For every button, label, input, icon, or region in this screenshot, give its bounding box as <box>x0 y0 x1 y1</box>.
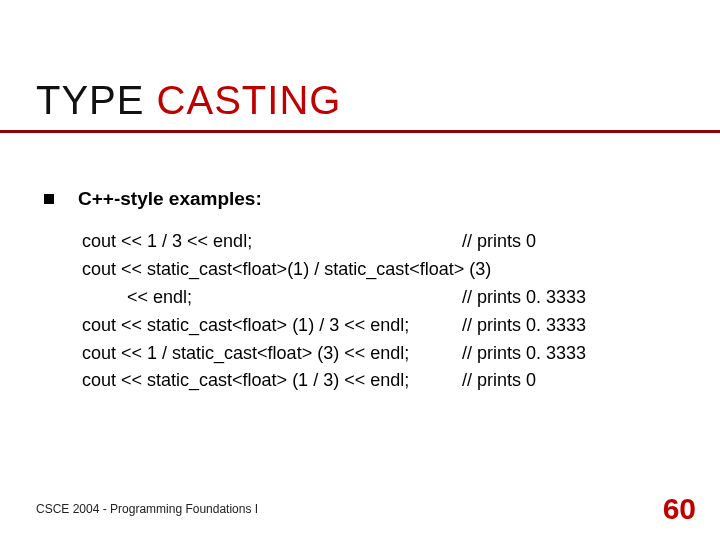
code-left: cout << static_cast<float> (1 / 3) << en… <box>82 367 462 395</box>
title-red: CASTING <box>144 78 341 122</box>
slide-title: TYPE CASTING <box>36 78 341 123</box>
slide: TYPE CASTING C++-style examples: cout <<… <box>0 0 720 540</box>
code-right: // prints 0. 3333 <box>462 312 586 340</box>
square-bullet-icon <box>44 194 54 204</box>
footer-text: CSCE 2004 - Programming Foundations I <box>36 502 258 516</box>
code-left: << endl; <box>82 284 462 312</box>
code-line: cout << static_cast<float> (1) / 3 << en… <box>82 312 680 340</box>
code-line: cout << static_cast<float> (1 / 3) << en… <box>82 367 680 395</box>
code-line: cout << 1 / static_cast<float> (3) << en… <box>82 340 680 368</box>
code-right: // prints 0. 3333 <box>462 340 586 368</box>
bullet-row: C++-style examples: <box>44 188 680 210</box>
title-rule <box>0 130 720 133</box>
code-right: // prints 0 <box>462 228 536 256</box>
code-line: cout << 1 / 3 << endl; // prints 0 <box>82 228 680 256</box>
page-number: 60 <box>663 492 696 526</box>
code-block: cout << 1 / 3 << endl; // prints 0 cout … <box>82 228 680 395</box>
code-right: // prints 0 <box>462 367 536 395</box>
code-left: cout << 1 / static_cast<float> (3) << en… <box>82 340 462 368</box>
code-line: << endl; // prints 0. 3333 <box>82 284 680 312</box>
title-black: TYPE <box>36 78 144 122</box>
bullet-text: C++-style examples: <box>78 188 262 210</box>
code-left: cout << 1 / 3 << endl; <box>82 228 462 256</box>
code-right: // prints 0. 3333 <box>462 284 586 312</box>
code-line: cout << static_cast<float>(1) / static_c… <box>82 256 680 284</box>
code-full: cout << static_cast<float>(1) / static_c… <box>82 256 491 284</box>
code-left: cout << static_cast<float> (1) / 3 << en… <box>82 312 462 340</box>
slide-body: C++-style examples: cout << 1 / 3 << end… <box>44 188 680 395</box>
